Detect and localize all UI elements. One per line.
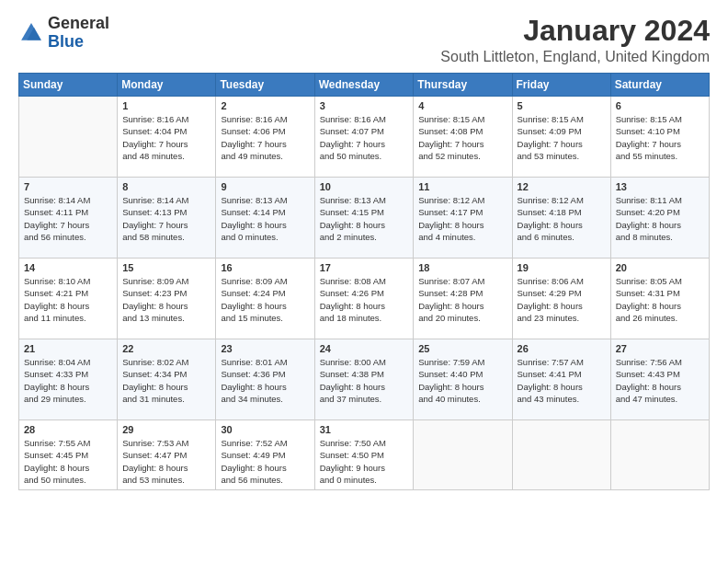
day-info: Sunrise: 8:13 AMSunset: 4:15 PMDaylight:… bbox=[320, 194, 409, 243]
table-row bbox=[414, 420, 512, 490]
day-info: Sunrise: 8:16 AMSunset: 4:04 PMDaylight:… bbox=[122, 113, 210, 162]
table-row: 1Sunrise: 8:16 AMSunset: 4:04 PMDaylight… bbox=[118, 97, 216, 178]
day-number: 11 bbox=[418, 181, 506, 192]
day-info: Sunrise: 8:05 AMSunset: 4:31 PMDaylight:… bbox=[616, 275, 704, 324]
day-info: Sunrise: 8:09 AMSunset: 4:23 PMDaylight:… bbox=[122, 275, 210, 324]
day-info: Sunrise: 8:15 AMSunset: 4:08 PMDaylight:… bbox=[418, 113, 506, 162]
table-row: 29Sunrise: 7:53 AMSunset: 4:47 PMDayligh… bbox=[118, 420, 216, 490]
day-number: 18 bbox=[418, 262, 506, 273]
col-friday: Friday bbox=[512, 74, 610, 97]
day-number: 25 bbox=[418, 343, 506, 354]
day-info: Sunrise: 8:04 AMSunset: 4:33 PMDaylight:… bbox=[24, 356, 112, 405]
table-row: 30Sunrise: 7:52 AMSunset: 4:49 PMDayligh… bbox=[216, 420, 314, 490]
table-row bbox=[512, 420, 610, 490]
col-saturday: Saturday bbox=[610, 74, 709, 97]
day-number: 24 bbox=[320, 343, 409, 354]
day-number: 31 bbox=[320, 424, 409, 435]
table-row: 18Sunrise: 8:07 AMSunset: 4:28 PMDayligh… bbox=[414, 259, 512, 339]
day-number: 16 bbox=[221, 262, 309, 273]
day-number: 7 bbox=[24, 181, 112, 192]
day-info: Sunrise: 7:55 AMSunset: 4:45 PMDaylight:… bbox=[24, 437, 112, 486]
day-number: 1 bbox=[122, 100, 210, 111]
day-number: 12 bbox=[518, 181, 606, 192]
day-number: 30 bbox=[221, 424, 309, 435]
day-info: Sunrise: 8:12 AMSunset: 4:17 PMDaylight:… bbox=[418, 194, 506, 243]
day-info: Sunrise: 8:14 AMSunset: 4:13 PMDaylight:… bbox=[122, 194, 210, 243]
table-row: 23Sunrise: 8:01 AMSunset: 4:36 PMDayligh… bbox=[216, 339, 314, 420]
table-row: 28Sunrise: 7:55 AMSunset: 4:45 PMDayligh… bbox=[19, 420, 118, 490]
day-info: Sunrise: 7:59 AMSunset: 4:40 PMDaylight:… bbox=[418, 356, 506, 405]
day-info: Sunrise: 7:56 AMSunset: 4:43 PMDaylight:… bbox=[616, 356, 704, 405]
page-container: General Blue January 2024 South Littleto… bbox=[0, 0, 728, 500]
title-block: January 2024 South Littleton, England, U… bbox=[440, 15, 710, 65]
day-number: 29 bbox=[122, 424, 210, 435]
day-number: 20 bbox=[616, 262, 704, 273]
day-info: Sunrise: 7:57 AMSunset: 4:41 PMDaylight:… bbox=[518, 356, 606, 405]
day-info: Sunrise: 8:00 AMSunset: 4:38 PMDaylight:… bbox=[320, 356, 409, 405]
day-number: 4 bbox=[418, 100, 506, 111]
col-wednesday: Wednesday bbox=[314, 74, 414, 97]
day-number: 26 bbox=[518, 343, 606, 354]
day-info: Sunrise: 8:06 AMSunset: 4:29 PMDaylight:… bbox=[518, 275, 606, 324]
table-row: 13Sunrise: 8:11 AMSunset: 4:20 PMDayligh… bbox=[610, 178, 709, 259]
table-row: 17Sunrise: 8:08 AMSunset: 4:26 PMDayligh… bbox=[314, 259, 414, 339]
day-info: Sunrise: 8:14 AMSunset: 4:11 PMDaylight:… bbox=[24, 194, 112, 243]
day-info: Sunrise: 8:09 AMSunset: 4:24 PMDaylight:… bbox=[221, 275, 309, 324]
table-row: 15Sunrise: 8:09 AMSunset: 4:23 PMDayligh… bbox=[118, 259, 216, 339]
day-number: 3 bbox=[320, 100, 409, 111]
day-number: 10 bbox=[320, 181, 409, 192]
table-row: 6Sunrise: 8:15 AMSunset: 4:10 PMDaylight… bbox=[610, 97, 709, 178]
table-row: 8Sunrise: 8:14 AMSunset: 4:13 PMDaylight… bbox=[118, 178, 216, 259]
day-info: Sunrise: 8:08 AMSunset: 4:26 PMDaylight:… bbox=[320, 275, 409, 324]
table-row: 3Sunrise: 8:16 AMSunset: 4:07 PMDaylight… bbox=[314, 97, 414, 178]
table-row: 14Sunrise: 8:10 AMSunset: 4:21 PMDayligh… bbox=[19, 259, 118, 339]
table-row: 19Sunrise: 8:06 AMSunset: 4:29 PMDayligh… bbox=[512, 259, 610, 339]
col-thursday: Thursday bbox=[414, 74, 512, 97]
day-info: Sunrise: 8:10 AMSunset: 4:21 PMDaylight:… bbox=[24, 275, 112, 324]
col-monday: Monday bbox=[118, 74, 216, 97]
day-number: 17 bbox=[320, 262, 409, 273]
day-number: 14 bbox=[24, 262, 112, 273]
location-title: South Littleton, England, United Kingdom bbox=[440, 49, 710, 65]
calendar-table: Sunday Monday Tuesday Wednesday Thursday… bbox=[18, 73, 710, 490]
day-number: 23 bbox=[221, 343, 309, 354]
day-info: Sunrise: 8:02 AMSunset: 4:34 PMDaylight:… bbox=[122, 356, 210, 405]
day-number: 2 bbox=[221, 100, 309, 111]
day-number: 5 bbox=[518, 100, 606, 111]
day-info: Sunrise: 8:16 AMSunset: 4:06 PMDaylight:… bbox=[221, 113, 309, 162]
table-row: 16Sunrise: 8:09 AMSunset: 4:24 PMDayligh… bbox=[216, 259, 314, 339]
day-info: Sunrise: 8:11 AMSunset: 4:20 PMDaylight:… bbox=[616, 194, 704, 243]
table-row: 25Sunrise: 7:59 AMSunset: 4:40 PMDayligh… bbox=[414, 339, 512, 420]
day-number: 27 bbox=[616, 343, 704, 354]
day-number: 28 bbox=[24, 424, 112, 435]
col-sunday: Sunday bbox=[19, 74, 118, 97]
day-info: Sunrise: 7:53 AMSunset: 4:47 PMDaylight:… bbox=[122, 437, 210, 486]
day-number: 13 bbox=[616, 181, 704, 192]
col-tuesday: Tuesday bbox=[216, 74, 314, 97]
day-info: Sunrise: 8:16 AMSunset: 4:07 PMDaylight:… bbox=[320, 113, 409, 162]
table-row: 7Sunrise: 8:14 AMSunset: 4:11 PMDaylight… bbox=[19, 178, 118, 259]
day-number: 8 bbox=[122, 181, 210, 192]
logo-icon bbox=[18, 20, 44, 46]
table-row: 2Sunrise: 8:16 AMSunset: 4:06 PMDaylight… bbox=[216, 97, 314, 178]
day-number: 21 bbox=[24, 343, 112, 354]
table-row bbox=[610, 420, 709, 490]
header: General Blue January 2024 South Littleto… bbox=[18, 15, 710, 65]
day-info: Sunrise: 8:12 AMSunset: 4:18 PMDaylight:… bbox=[518, 194, 606, 243]
day-info: Sunrise: 7:52 AMSunset: 4:49 PMDaylight:… bbox=[221, 437, 309, 486]
day-number: 22 bbox=[122, 343, 210, 354]
table-row: 10Sunrise: 8:13 AMSunset: 4:15 PMDayligh… bbox=[314, 178, 414, 259]
table-row bbox=[19, 97, 118, 178]
logo-text: General Blue bbox=[48, 15, 109, 52]
day-number: 6 bbox=[616, 100, 704, 111]
logo: General Blue bbox=[18, 15, 109, 52]
table-row: 31Sunrise: 7:50 AMSunset: 4:50 PMDayligh… bbox=[314, 420, 414, 490]
table-row: 11Sunrise: 8:12 AMSunset: 4:17 PMDayligh… bbox=[414, 178, 512, 259]
logo-general: General bbox=[48, 14, 109, 32]
day-info: Sunrise: 8:15 AMSunset: 4:09 PMDaylight:… bbox=[518, 113, 606, 162]
day-number: 9 bbox=[221, 181, 309, 192]
day-info: Sunrise: 8:01 AMSunset: 4:36 PMDaylight:… bbox=[221, 356, 309, 405]
day-info: Sunrise: 8:07 AMSunset: 4:28 PMDaylight:… bbox=[418, 275, 506, 324]
day-info: Sunrise: 8:13 AMSunset: 4:14 PMDaylight:… bbox=[221, 194, 309, 243]
table-row: 20Sunrise: 8:05 AMSunset: 4:31 PMDayligh… bbox=[610, 259, 709, 339]
